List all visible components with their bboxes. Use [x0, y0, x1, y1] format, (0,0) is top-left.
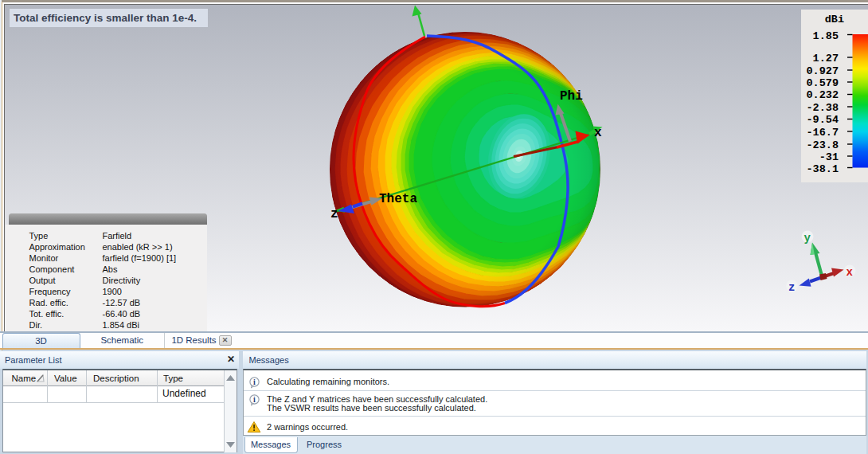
svg-text:dBi: dBi — [825, 14, 844, 25]
svg-text:Theta: Theta — [379, 192, 417, 206]
svg-text:0.579: 0.579 — [806, 77, 839, 89]
svg-text:i: i — [253, 395, 256, 404]
svg-text:-2.38: -2.38 — [806, 102, 839, 114]
svg-text:y: y — [804, 232, 811, 245]
svg-text:x: x — [594, 126, 602, 140]
svg-text:-23.8: -23.8 — [806, 139, 839, 151]
svg-text:z: z — [330, 207, 338, 221]
svg-text:0.927: 0.927 — [806, 65, 839, 77]
svg-text:1.85: 1.85 — [813, 30, 839, 42]
svg-text:i: i — [253, 378, 256, 386]
svg-text:1.27: 1.27 — [813, 53, 839, 65]
svg-text:z: z — [788, 281, 795, 294]
svg-text:-16.7: -16.7 — [806, 127, 839, 139]
svg-text:x: x — [846, 266, 854, 279]
svg-text:-31: -31 — [819, 151, 839, 163]
svg-text:0.232: 0.232 — [806, 89, 839, 101]
svg-text:-38.1: -38.1 — [806, 163, 839, 175]
svg-text:Phi: Phi — [560, 89, 583, 104]
svg-text:-9.54: -9.54 — [806, 114, 839, 126]
